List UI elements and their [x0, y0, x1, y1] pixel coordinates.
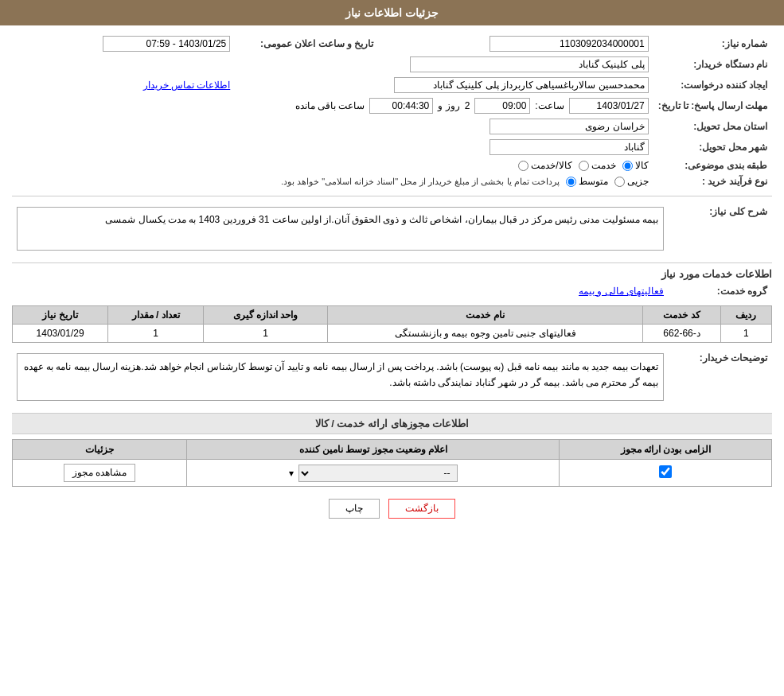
- purchase-jozyi-label: جزیی: [627, 176, 649, 187]
- cell-code: د-66-662: [643, 325, 721, 343]
- permit-required-cell: [560, 460, 772, 487]
- cell-quantity: 1: [108, 325, 204, 343]
- category-kala-khadamat-option[interactable]: کالا/خدمت: [518, 160, 571, 171]
- response-time-input[interactable]: [474, 98, 530, 114]
- purchase-type-description: پرداخت تمام یا بخشی از مبلغ خریدار از مح…: [281, 177, 560, 187]
- permit-details-cell[interactable]: مشاهده مجوز: [13, 460, 187, 487]
- col-header-date: تاریخ نیاز: [13, 306, 108, 325]
- province-value: [12, 116, 653, 137]
- view-permit-button[interactable]: مشاهده مجوز: [64, 464, 135, 482]
- col-header-row: ردیف: [720, 306, 771, 325]
- page-header: جزئیات اطلاعات نیاز: [0, 0, 784, 25]
- permits-col-details: جزئیات: [13, 440, 187, 460]
- col-header-quantity: تعداد / مقدار: [108, 306, 204, 325]
- purchase-mottasat-radio[interactable]: [566, 177, 576, 187]
- buyer-notes-box: تعهدات بیمه جدید به مانند بیمه نامه قبل …: [17, 353, 664, 401]
- category-khadamat-radio[interactable]: [579, 161, 589, 171]
- requester-label: ایجاد کننده درخواست:: [653, 75, 772, 95]
- requester-value: [235, 75, 653, 95]
- response-time-label: ساعت:: [535, 100, 564, 111]
- col-header-code: کد خدمت: [643, 306, 721, 325]
- requester-input[interactable]: [394, 77, 649, 93]
- col-header-name: نام خدمت: [327, 306, 642, 325]
- contact-link-cell[interactable]: اطلاعات تماس خریدار: [12, 75, 235, 95]
- chevron-down-icon: ▾: [289, 468, 294, 479]
- divider-1: [12, 196, 772, 196]
- category-row: کالا خدمت کالا/خدمت: [12, 157, 653, 173]
- response-deadline-label: مهلت ارسال پاسخ: تا تاریخ:: [653, 95, 772, 116]
- permit-required-checkbox[interactable]: [659, 465, 672, 478]
- table-row: 1 د-66-662 فعالیتهای جنبی تامین وجوه بیم…: [13, 325, 772, 343]
- buyer-notes-label: توضیحات خریدار:: [669, 348, 772, 406]
- permits-table: الزامی بودن ارائه مجوز اعلام وضعیت مجوز …: [12, 439, 772, 487]
- buyer-station-input[interactable]: [410, 56, 649, 72]
- narration-content: بیمه مسئولیت مدنی رئیس مرکز در قبال بیما…: [12, 201, 669, 256]
- city-label: شهر محل تحویل:: [653, 137, 772, 157]
- buyer-notes-content: تعهدات بیمه جدید به مانند بیمه نامه قبل …: [12, 348, 669, 406]
- category-khadamat-option[interactable]: خدمت: [579, 160, 616, 171]
- response-date-input[interactable]: [569, 98, 649, 114]
- services-table: ردیف کد خدمت نام خدمت واحد اندازه گیری ت…: [12, 305, 772, 343]
- footer-buttons: بازگشت چاپ: [12, 499, 772, 519]
- need-number-value: [378, 33, 653, 54]
- service-group-value: فعالیتهای مالی و بیمه: [12, 283, 669, 299]
- category-kala-option[interactable]: کالا: [622, 160, 649, 171]
- page-title: جزئیات اطلاعات نیاز: [345, 6, 439, 19]
- permits-section-title: اطلاعات مجوزهای ارائه خدمت / کالا: [12, 413, 772, 434]
- service-group-table: گروه خدمت: فعالیتهای مالی و بیمه: [12, 283, 772, 299]
- buyer-notes-text: تعهدات بیمه جدید به مانند بیمه نامه قبل …: [24, 361, 658, 388]
- city-value: [12, 137, 653, 157]
- category-kala-radio[interactable]: [622, 161, 633, 171]
- contact-link[interactable]: اطلاعات تماس خریدار: [143, 80, 231, 91]
- print-button[interactable]: چاپ: [329, 499, 380, 519]
- service-group-label: گروه خدمت:: [669, 283, 772, 299]
- service-group-link[interactable]: فعالیتهای مالی و بیمه: [579, 286, 664, 297]
- cell-date: 1403/01/29: [13, 325, 108, 343]
- category-kala-label: کالا: [635, 160, 649, 171]
- cell-row: 1: [720, 325, 771, 343]
- purchase-type-label: نوع فرآیند خرید :: [653, 173, 772, 189]
- need-number-input[interactable]: [490, 36, 649, 52]
- narration-table: شرح کلی نیاز: بیمه مسئولیت مدنی رئیس مرک…: [12, 201, 772, 256]
- purchase-jozyi-option[interactable]: جزیی: [614, 176, 649, 187]
- list-item: -- ▾ مشاهده مجوز: [13, 460, 772, 487]
- remaining-label: ساعت باقی مانده: [295, 100, 365, 111]
- province-label: استان محل تحویل:: [653, 116, 772, 137]
- response-deadline-row: ساعت: 2 روز و ساعت باقی مانده: [12, 95, 653, 116]
- narration-text: بیمه مسئولیت مدنی رئیس مرکز در قبال بیما…: [105, 214, 658, 225]
- cell-name: فعالیتهای جنبی تامین وجوه بیمه و بازنشست…: [327, 325, 642, 343]
- purchase-mottasat-label: متوسط: [579, 176, 608, 187]
- buyer-station-label: نام دستگاه خریدار:: [653, 54, 772, 75]
- countdown-input[interactable]: [369, 98, 433, 114]
- col-header-unit: واحد اندازه گیری: [204, 306, 328, 325]
- category-label: طبقه بندی موضوعی:: [653, 157, 772, 173]
- announce-value: [12, 33, 235, 54]
- cell-unit: 1: [204, 325, 328, 343]
- permit-status-select[interactable]: --: [298, 465, 458, 482]
- purchase-mottasat-option[interactable]: متوسط: [566, 176, 608, 187]
- city-input[interactable]: [490, 139, 649, 155]
- narration-box: بیمه مسئولیت مدنی رئیس مرکز در قبال بیما…: [17, 207, 664, 251]
- permits-col-required: الزامی بودن ارائه مجوز: [560, 440, 772, 460]
- category-kala-khadamat-label: کالا/خدمت: [531, 160, 571, 171]
- narration-label: شرح کلی نیاز:: [669, 201, 772, 256]
- province-input[interactable]: [490, 119, 649, 134]
- buyer-notes-table: توضیحات خریدار: تعهدات بیمه جدید به مانن…: [12, 348, 772, 406]
- response-days-label: روز و: [438, 100, 459, 111]
- back-button[interactable]: بازگشت: [388, 499, 455, 519]
- services-section-title: اطلاعات خدمات مورد نیاز: [12, 268, 772, 280]
- category-khadamat-label: خدمت: [591, 160, 616, 171]
- permit-status-cell: -- ▾: [187, 460, 560, 487]
- announce-input[interactable]: [103, 36, 230, 52]
- response-days-value: 2: [465, 100, 470, 111]
- announce-label: تاریخ و ساعت اعلان عمومی:: [235, 33, 378, 54]
- category-kala-khadamat-radio[interactable]: [518, 161, 529, 171]
- need-number-label: شماره نیاز:: [653, 33, 772, 54]
- purchase-jozyi-radio[interactable]: [614, 177, 625, 187]
- divider-2: [12, 262, 772, 263]
- permits-col-status: اعلام وضعیت مجوز توسط نامین کننده: [187, 440, 560, 460]
- purchase-type-row: جزیی متوسط پرداخت تمام یا بخشی از مبلغ خ…: [12, 173, 653, 189]
- buyer-station-value: [12, 54, 653, 75]
- main-info-table: شماره نیاز: تاریخ و ساعت اعلان عمومی: نا…: [12, 33, 772, 189]
